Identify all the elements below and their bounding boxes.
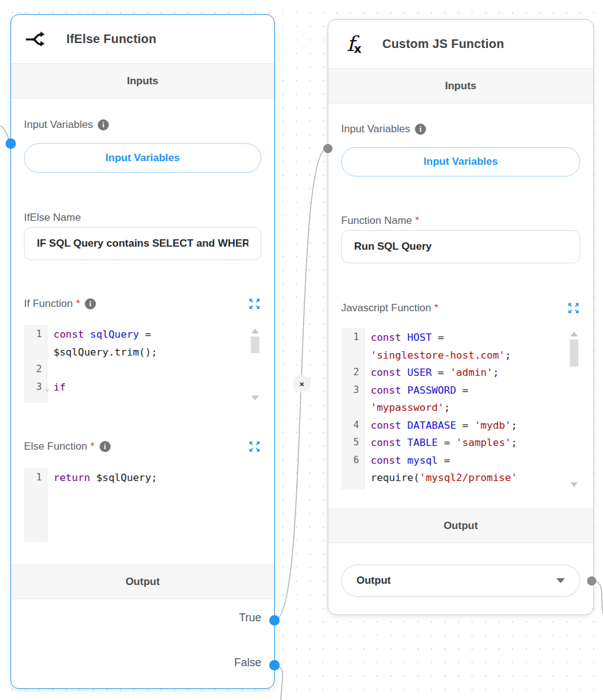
scroll-down-icon[interactable] bbox=[251, 396, 259, 400]
node-title: IfElse Function bbox=[66, 32, 156, 46]
info-icon[interactable]: i bbox=[98, 119, 109, 130]
js-function-code-editor[interactable]: 123456 const HOST ='singlestore-host.com… bbox=[341, 328, 580, 490]
input-handle[interactable] bbox=[6, 138, 16, 149]
required-marker: * bbox=[90, 440, 95, 453]
scroll-up-icon[interactable] bbox=[251, 328, 259, 333]
ifelse-name-label: IfElse Name bbox=[24, 212, 81, 224]
inputs-section-header: Inputs bbox=[328, 69, 593, 103]
true-output-row: True bbox=[11, 610, 274, 626]
scrollbar-thumb[interactable] bbox=[251, 336, 259, 353]
output-section-header: Output bbox=[11, 565, 274, 599]
js-function-label-row: Javascript Function * bbox=[341, 301, 580, 315]
node-custom-js-function[interactable]: fx Custom JS Function Inputs Input Varia… bbox=[328, 19, 594, 615]
scroll-up-icon[interactable] bbox=[570, 332, 578, 336]
output-handle[interactable] bbox=[587, 576, 596, 586]
output-section-header: Output bbox=[328, 509, 593, 543]
fx-icon: fx bbox=[342, 33, 366, 55]
input-variables-label: Input Variables bbox=[341, 123, 410, 135]
expand-icon[interactable] bbox=[567, 301, 580, 315]
input-variables-label-row: Input Variables i bbox=[24, 119, 261, 131]
required-marker: * bbox=[415, 215, 419, 227]
function-name-label-row: Function Name * bbox=[341, 215, 580, 227]
delete-edge-button[interactable]: × bbox=[293, 375, 310, 392]
else-function-label: Else Function bbox=[24, 440, 87, 453]
ifelse-name-label-row: IfElse Name bbox=[24, 212, 261, 224]
code-gutter: 123456 bbox=[341, 328, 365, 490]
ifelse-node-header[interactable]: IfElse Function bbox=[11, 15, 274, 64]
input-variables-button[interactable]: Input Variables bbox=[24, 143, 261, 173]
info-icon[interactable]: i bbox=[100, 441, 111, 452]
info-icon[interactable]: i bbox=[415, 124, 426, 135]
false-output-row: False bbox=[11, 654, 274, 670]
flow-canvas[interactable]: IfElse Function Inputs Input Variables i… bbox=[0, 0, 603, 700]
expand-icon[interactable] bbox=[248, 440, 261, 453]
code-gutter: 123⌄ bbox=[24, 325, 47, 403]
input-handle[interactable] bbox=[323, 144, 333, 153]
if-function-label-row: If Function * i bbox=[24, 297, 261, 311]
inputs-section-header: Inputs bbox=[11, 64, 274, 98]
else-function-label-row: Else Function * i bbox=[24, 440, 261, 453]
ifelse-name-input[interactable] bbox=[24, 227, 261, 260]
js-function-label: Javascript Function bbox=[341, 302, 431, 314]
split-branch-icon bbox=[25, 27, 50, 52]
node-ifelse-function[interactable]: IfElse Function Inputs Input Variables i… bbox=[10, 14, 275, 689]
input-variables-label-row: Input Variables i bbox=[341, 123, 580, 135]
true-output-handle[interactable] bbox=[269, 615, 280, 626]
false-output-label: False bbox=[234, 656, 261, 669]
input-variables-label: Input Variables bbox=[24, 119, 93, 131]
true-output-label: True bbox=[239, 611, 261, 624]
false-output-handle[interactable] bbox=[269, 660, 280, 670]
info-icon[interactable]: i bbox=[85, 298, 96, 309]
required-marker: * bbox=[434, 302, 438, 314]
code-scrollbar[interactable] bbox=[249, 325, 261, 403]
code-content[interactable]: return $sqlQuery; bbox=[47, 468, 261, 542]
chevron-down-icon bbox=[556, 578, 565, 583]
if-function-code-editor[interactable]: 123⌄ const sqlQuery =$sqlQuery.trim();if bbox=[24, 325, 261, 403]
function-name-label: Function Name bbox=[341, 215, 412, 227]
input-variables-button[interactable]: Input Variables bbox=[341, 147, 580, 177]
code-scrollbar[interactable] bbox=[568, 328, 580, 490]
code-content[interactable]: const HOST ='singlestore-host.com';const… bbox=[365, 328, 568, 490]
customjs-node-header[interactable]: fx Custom JS Function bbox=[328, 20, 593, 69]
function-name-input[interactable] bbox=[341, 230, 580, 263]
output-dropdown-value: Output bbox=[357, 575, 391, 587]
if-function-label: If Function bbox=[24, 298, 73, 310]
scroll-down-icon[interactable] bbox=[570, 482, 578, 487]
code-content[interactable]: const sqlQuery =$sqlQuery.trim();if bbox=[47, 325, 249, 403]
scrollbar-thumb[interactable] bbox=[570, 340, 578, 367]
code-gutter: 1 bbox=[24, 468, 47, 542]
else-function-code-editor[interactable]: 1 return $sqlQuery; bbox=[24, 468, 261, 542]
required-marker: * bbox=[76, 298, 80, 310]
node-title: Custom JS Function bbox=[382, 37, 504, 51]
expand-icon[interactable] bbox=[248, 297, 261, 311]
output-dropdown[interactable]: Output bbox=[341, 565, 580, 597]
